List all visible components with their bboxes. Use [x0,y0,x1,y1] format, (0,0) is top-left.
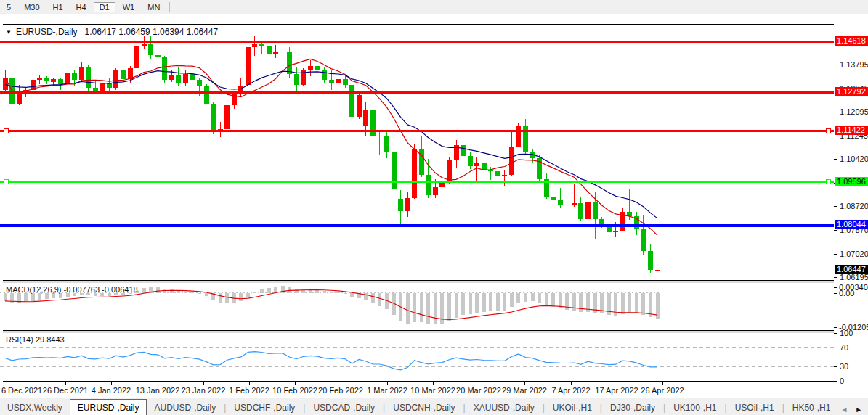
timeframe-button-mn[interactable]: MN [142,2,166,12]
rsi-plot [0,333,834,381]
candle [267,46,272,54]
macd-tick-label: 0.00 [839,289,854,297]
price-level-badge: 1.09596 [835,177,868,186]
tab-scroll-left-icon[interactable]: ◄ [840,406,848,414]
date-tick-mark [433,382,434,385]
horizontal-level-line[interactable] [0,91,834,94]
horizontal-level-line[interactable] [0,41,834,43]
candle [17,93,22,104]
chart-tab-usdx-weekly[interactable]: USDX,Weekly [0,400,70,415]
macd-indicator-label: MACD(12,26,9) -0.007763 -0.006418 [6,285,138,294]
candle [392,152,397,190]
candle [134,46,139,68]
candle [384,136,389,152]
horizontal-level-line[interactable] [0,181,834,183]
date-tick-mark [524,382,525,385]
candle [468,156,473,166]
date-tick-label: 13 Jan 2022 [136,386,180,395]
timeframe-button-m30[interactable]: M30 [18,2,45,12]
date-tick-mark [617,382,617,385]
candle [509,147,514,175]
candle [599,219,604,224]
chart-tab-eurusd-daily[interactable]: EURUSD-,Daily [70,399,147,415]
macd-histogram-bar [496,293,500,311]
line-drag-handle[interactable] [826,128,830,133]
macd-histogram-bar [371,293,375,303]
line-drag-handle[interactable] [4,128,8,133]
candle [439,183,445,186]
chart-tab-uk100-h1[interactable]: UK100-,H1 [666,400,723,415]
candle [502,175,507,176]
macd-histogram-bar [344,293,347,294]
macd-histogram-bar [239,293,243,301]
candle [564,205,569,205]
candle [551,197,556,200]
candle [79,67,84,79]
date-tick-label: 29 Mar 2022 [502,386,547,395]
chevron-down-icon[interactable]: ▼ [6,29,12,36]
horizontal-level-line[interactable] [0,130,834,132]
macd-histogram-bar [447,293,451,321]
macd-histogram-bar [503,293,506,311]
candle [426,175,431,195]
line-drag-handle[interactable] [826,180,830,184]
price-axis[interactable]: 1.137951.129451.120951.112451.104201.095… [834,14,868,398]
chart-tab-audusd-daily[interactable]: AUDUSD-,Daily [147,400,223,415]
horizontal-level-line[interactable] [0,224,834,227]
chart-tab-ukoil-h1[interactable]: UKOil-,H1 [545,400,599,415]
macd-histogram-bar [461,293,465,316]
timeframe-button-w1[interactable]: W1 [117,2,141,12]
chart-tab-dj30-daily[interactable]: DJ30-,Daily [603,400,662,415]
date-tick-label: 4 Jan 2022 [92,386,131,395]
chart-tab-usdcad-daily[interactable]: USDCAD-,Daily [306,400,382,415]
macd-histogram-bar [198,293,201,294]
rsi-tick-label: 30 [840,362,848,371]
chart-tab-usdchf-daily[interactable]: USDCHF-,Daily [227,400,302,415]
date-tick-label: 10 Feb 2022 [272,386,317,395]
macd-histogram-bar [142,288,146,293]
rsi-tick-mark [834,366,837,367]
rsi-tick-mark [834,348,837,348]
macd-histogram-bar [635,293,638,313]
rsi-tick-mark [834,333,837,334]
candlestick-plot [0,25,834,280]
price-tick-mark [834,65,837,65]
macd-histogram-bar [420,293,423,323]
date-tick-mark [111,382,112,385]
chart-tab-hk50-h1[interactable]: HK50-,H1 [785,400,838,415]
line-drag-handle[interactable] [4,180,8,184]
timeframe-button-h4[interactable]: H4 [70,2,92,12]
price-tick-label: 1.12095 [840,107,868,116]
candle [280,52,285,52]
candle [224,105,230,130]
macd-histogram-bar [246,293,250,297]
chart-tab-usoil-h1[interactable]: USOil-,H1 [728,400,782,415]
timeframe-button-5[interactable]: 5 [1,2,17,12]
toolbar-separator [169,2,170,12]
tab-scroll-right-icon[interactable]: ► [855,406,862,414]
rsi-tick-label: 0 [840,377,844,385]
candle [183,74,188,83]
price-tick-mark [834,230,837,231]
candle [169,75,174,80]
macd-histogram-bar [184,292,187,293]
price-pane[interactable] [0,25,834,280]
candle [197,80,202,86]
timeframe-button-h1[interactable]: H1 [47,2,69,12]
chart-tab-xauusd-daily[interactable]: XAUUSD-,Daily [466,400,542,415]
rsi-pane[interactable] [0,333,834,381]
candle [190,74,195,79]
macd-histogram-bar [545,293,548,305]
candle [558,200,563,205]
timeframe-button-d1[interactable]: D1 [94,2,115,12]
macd-histogram-bar [260,289,264,293]
price-tick-label: 1.08720 [840,202,868,210]
candle [93,88,98,91]
candle [100,83,105,91]
candle [648,251,653,271]
date-tick-mark [571,382,572,385]
candle [113,70,118,88]
macd-histogram-bar [469,293,472,314]
chart-tab-usdcnh-daily[interactable]: USDCNH-,Daily [386,400,462,415]
price-tick-label: 1.13795 [840,60,868,69]
